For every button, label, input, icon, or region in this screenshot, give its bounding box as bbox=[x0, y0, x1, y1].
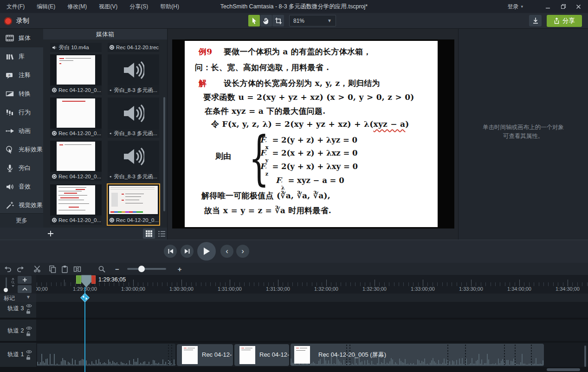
track-3-lane[interactable] bbox=[36, 302, 588, 318]
close-button[interactable] bbox=[571, 0, 585, 13]
sidebar-item-transitions[interactable]: 转换 bbox=[0, 85, 43, 103]
track-height-handle[interactable] bbox=[4, 288, 8, 292]
speaker-icon bbox=[122, 146, 144, 167]
timeline-vertical-scrollbar[interactable] bbox=[584, 346, 586, 367]
cut-button[interactable] bbox=[33, 265, 41, 273]
sidebar-more-button[interactable]: 更多 bbox=[0, 213, 43, 228]
chevron-left-icon: ‹ bbox=[226, 247, 228, 255]
canvas-zoom-dropdown[interactable]: 81% ▼ bbox=[289, 15, 336, 26]
timeline-zoom-in-button[interactable]: + bbox=[178, 266, 182, 273]
login-button[interactable]: 登录 ▾ bbox=[507, 0, 523, 13]
sidebar-item-library[interactable]: 库 bbox=[0, 47, 43, 66]
redo-button[interactable] bbox=[17, 266, 25, 273]
media-item-partial[interactable]: 旁白 10.m4a bbox=[50, 43, 102, 52]
share-button[interactable]: 分享 bbox=[547, 15, 582, 27]
canvas-stage[interactable]: 例9 要做一个体积为 a 的有盖的长方体水箱， 问：长、宽、高如何选取，用料最省… bbox=[172, 39, 454, 228]
marker-dropdown[interactable]: 标记 bbox=[4, 294, 15, 302]
copy-button[interactable] bbox=[49, 265, 56, 273]
minimize-button[interactable] bbox=[541, 0, 555, 13]
sidebar-item-animations[interactable]: 动画 bbox=[0, 122, 43, 140]
media-bin-scrollbar[interactable] bbox=[163, 97, 165, 211]
media-item[interactable]: Rec 04-12-20_0... bbox=[50, 141, 102, 181]
menu-help[interactable]: 帮助(H) bbox=[160, 3, 179, 11]
media-item[interactable]: 旁白_8-3 多元函... bbox=[108, 141, 159, 181]
menu-edit[interactable]: 编辑(E) bbox=[37, 3, 55, 11]
track-3-header[interactable]: 轨道 3 bbox=[0, 302, 36, 318]
sidebar-item-visual-effects[interactable]: 视觉效果 bbox=[0, 196, 43, 215]
add-track-button[interactable] bbox=[18, 276, 32, 284]
playhead-out-handle[interactable] bbox=[91, 275, 96, 284]
download-button[interactable] bbox=[529, 15, 542, 26]
pan-tool-button[interactable] bbox=[260, 15, 272, 26]
undo-button[interactable] bbox=[4, 266, 12, 273]
media-item-label: Rec 04-12-20.trec bbox=[116, 45, 159, 50]
timeline-clip-screen[interactable]: Rec 04-12-20_005 (屏幕) bbox=[291, 344, 544, 366]
track-2-lane[interactable] bbox=[36, 320, 588, 341]
jump-back-button[interactable]: ‹ bbox=[220, 245, 233, 258]
timeline-zoom-slider[interactable] bbox=[127, 268, 166, 270]
download-icon bbox=[532, 17, 539, 24]
marker-lane[interactable] bbox=[36, 294, 588, 302]
sidebar-item-narration[interactable]: 旁白 bbox=[0, 159, 43, 177]
lock-icon[interactable] bbox=[26, 355, 31, 360]
timeline-clip[interactable]: Rec 04-12- bbox=[177, 344, 233, 366]
track-2-header[interactable]: 轨道 2 bbox=[0, 320, 36, 341]
timeline-horizontal-scrollbar[interactable] bbox=[547, 368, 580, 371]
timeline-zoom-handle[interactable] bbox=[138, 266, 145, 272]
add-media-button[interactable] bbox=[45, 228, 56, 239]
previous-frame-button[interactable] bbox=[164, 245, 177, 258]
select-tool-button[interactable] bbox=[248, 15, 260, 26]
sidebar-item-audio-effects[interactable]: 音效 bbox=[0, 177, 43, 196]
sidebar-item-media[interactable]: 媒体 bbox=[0, 29, 43, 47]
timeline-clip[interactable]: Rec 04-12- bbox=[234, 344, 289, 366]
record-button[interactable]: 录制 bbox=[4, 13, 29, 29]
media-item[interactable]: Rec 04-12-20_0... bbox=[50, 54, 102, 95]
menu-file[interactable]: 文件(F) bbox=[6, 3, 25, 11]
audio-thumbnail bbox=[108, 54, 159, 85]
restore-button[interactable] bbox=[556, 0, 570, 13]
media-item[interactable]: Rec 04-12-20_0... bbox=[50, 98, 102, 138]
sidebar: 媒体 库 a 注释 转换 行为 动画 bbox=[0, 29, 43, 240]
slide-content[interactable]: 例9 要做一个体积为 a 的有盖的长方体水箱， 问：长、宽、高如何选取，用料最省… bbox=[185, 41, 438, 227]
media-item-partial[interactable]: Rec 04-12-20.trec bbox=[108, 43, 159, 52]
lock-icon[interactable] bbox=[26, 309, 31, 314]
track-1-header[interactable]: 轨道 1 bbox=[0, 343, 36, 367]
grid-view-button[interactable] bbox=[143, 228, 155, 239]
collapse-tracks-button[interactable] bbox=[18, 285, 32, 293]
split-button[interactable] bbox=[73, 266, 81, 273]
media-item[interactable]: 旁白_8-3 多元函... bbox=[108, 98, 159, 138]
menu-share[interactable]: 分享(S) bbox=[129, 3, 148, 11]
sidebar-item-annotations[interactable]: a 注释 bbox=[0, 66, 43, 85]
eye-icon[interactable] bbox=[26, 304, 32, 308]
media-item[interactable]: 旁白_8-3 多元函... bbox=[108, 54, 159, 95]
sidebar-item-cursor-effects[interactable]: 光标效果 bbox=[0, 140, 43, 159]
eye-icon[interactable] bbox=[26, 350, 32, 354]
media-item[interactable]: Rec 04-12-20_0... bbox=[50, 184, 102, 225]
menu-modify[interactable]: 修改(M) bbox=[67, 3, 87, 11]
sidebar-item-behaviors[interactable]: 行为 bbox=[0, 103, 43, 122]
play-button[interactable] bbox=[197, 242, 216, 261]
timeline-clip-audio[interactable] bbox=[37, 344, 175, 366]
crop-tool-button[interactable] bbox=[272, 15, 284, 26]
timeline-zoom-out-button[interactable]: − bbox=[115, 266, 119, 273]
paste-button[interactable] bbox=[61, 265, 68, 273]
next-frame-button[interactable] bbox=[181, 245, 194, 258]
playhead-in-handle[interactable] bbox=[76, 275, 81, 284]
chevron-down-icon[interactable]: ▼ bbox=[26, 294, 31, 300]
eye-icon[interactable] bbox=[26, 326, 32, 330]
track-zoom-minicontrols[interactable] bbox=[11, 278, 15, 287]
ruler-label: 1:34:00;00 bbox=[507, 286, 531, 292]
media-item-selected[interactable]: Rec 04-12-20_0... bbox=[108, 184, 159, 225]
list-view-button[interactable] bbox=[156, 228, 167, 239]
track-height-slider[interactable] bbox=[6, 277, 7, 288]
lock-icon[interactable] bbox=[26, 331, 31, 336]
video-thumbnail bbox=[50, 141, 102, 172]
clip-thumbnail bbox=[294, 346, 310, 364]
menu-view[interactable]: 视图(V) bbox=[99, 3, 117, 11]
timeline-zoom-magnifier-icon bbox=[98, 266, 105, 273]
jump-forward-button[interactable]: › bbox=[236, 245, 249, 258]
play-icon bbox=[203, 247, 210, 255]
sidebar-item-label: 音效 bbox=[19, 183, 31, 191]
canvas-area[interactable]: 例9 要做一个体积为 a 的有盖的长方体水箱， 问：长、宽、高如何选取，用料最省… bbox=[167, 29, 458, 240]
track-1-lane[interactable]: Rec 04-12- Rec 04-12- Rec 04-12-20_005 (… bbox=[36, 343, 588, 367]
